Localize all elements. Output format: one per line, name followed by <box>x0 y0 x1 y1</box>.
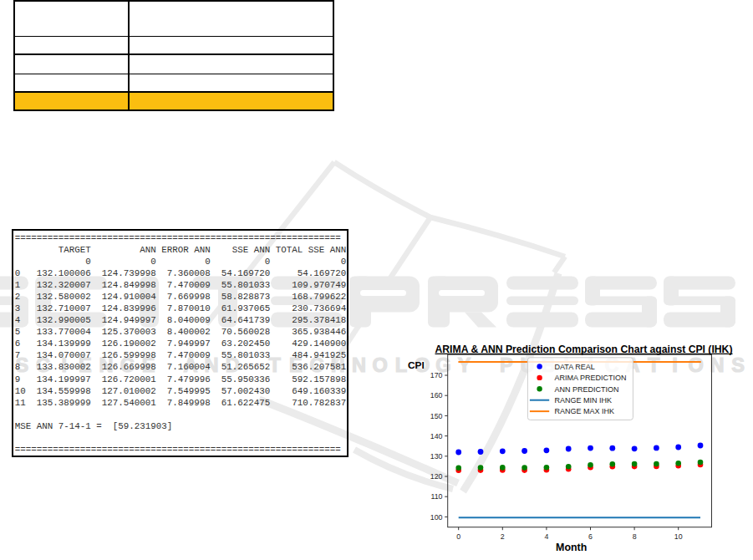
svg-text:10: 10 <box>674 532 683 541</box>
svg-text:ARIMA & ANN Prediction Compari: ARIMA & ANN Prediction Comparison Chart … <box>435 344 733 355</box>
svg-text:ARIMA PREDICTION: ARIMA PREDICTION <box>555 374 627 382</box>
svg-text:140: 140 <box>430 432 443 440</box>
svg-text:2: 2 <box>501 532 505 541</box>
svg-text:Month: Month <box>556 542 587 553</box>
svg-text:CPI: CPI <box>408 359 425 371</box>
svg-text:160: 160 <box>430 391 443 400</box>
svg-text:ANN PREDICTION: ANN PREDICTION <box>555 385 619 394</box>
svg-text:6: 6 <box>588 532 593 541</box>
svg-text:150: 150 <box>430 412 443 420</box>
svg-text:100: 100 <box>430 513 443 522</box>
svg-text:8: 8 <box>633 532 637 541</box>
svg-text:DATA REAL: DATA REAL <box>555 363 595 371</box>
svg-text:120: 120 <box>430 472 443 481</box>
svg-text:130: 130 <box>430 452 443 461</box>
svg-text:0: 0 <box>456 532 460 541</box>
svg-text:170: 170 <box>430 371 443 379</box>
svg-text:RANGE MIN IHK: RANGE MIN IHK <box>555 396 613 405</box>
svg-text:110: 110 <box>430 492 442 501</box>
svg-text:RANGE MAX IHK: RANGE MAX IHK <box>555 407 615 415</box>
svg-text:4: 4 <box>544 532 548 541</box>
